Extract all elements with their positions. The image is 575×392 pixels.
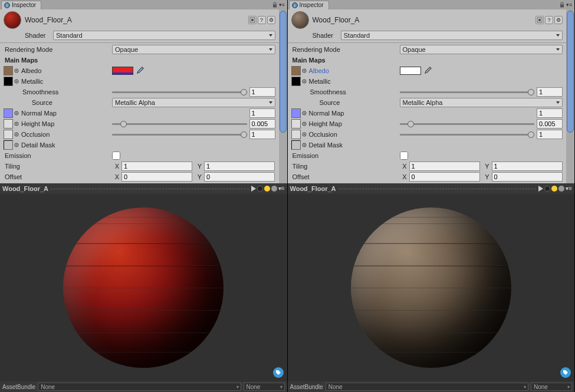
- panel-menu-icon[interactable]: ▾≡: [566, 2, 572, 8]
- tiling-y-input[interactable]: [204, 162, 275, 171]
- metallic-texture-slot[interactable]: [291, 77, 301, 86]
- detail-mask-texture-slot[interactable]: [4, 140, 13, 150]
- albedo-color-swatch[interactable]: [400, 67, 421, 75]
- occlusion-input[interactable]: [537, 130, 563, 139]
- scrollbar[interactable]: [566, 9, 574, 183]
- eyedropper-icon[interactable]: [423, 67, 432, 75]
- settings-icon[interactable]: ⚙: [267, 16, 275, 24]
- assetbundle-dropdown[interactable]: None: [326, 383, 528, 391]
- texture-picker-icon[interactable]: [302, 143, 307, 147]
- tiling-label: Tiling: [4, 163, 110, 170]
- assetbundle-variant-dropdown[interactable]: None: [244, 383, 285, 391]
- height-texture-slot[interactable]: [4, 119, 13, 129]
- shader-row: Shader Standard: [0, 31, 279, 42]
- height-slider[interactable]: [400, 123, 535, 125]
- smoothness-slider[interactable]: [112, 91, 247, 93]
- help-icon[interactable]: ?: [258, 16, 266, 24]
- help-icon[interactable]: ?: [545, 16, 553, 24]
- height-input[interactable]: [249, 119, 275, 129]
- preview-env-icon[interactable]: [558, 186, 564, 192]
- eyedropper-icon[interactable]: [136, 67, 144, 75]
- normal-texture-slot[interactable]: [291, 108, 301, 118]
- height-texture-slot[interactable]: [291, 119, 301, 129]
- texture-picker-icon[interactable]: [14, 79, 19, 84]
- toggle-presets-icon[interactable]: [535, 16, 544, 24]
- texture-picker-icon[interactable]: [14, 132, 19, 137]
- tiling-x-input[interactable]: [121, 162, 192, 171]
- metallic-texture-slot[interactable]: [4, 77, 13, 86]
- texture-picker-icon[interactable]: [14, 111, 19, 116]
- inspector-panel-right: i Inspector ▾≡ Wood_Floor_A ? ⚙ Shader S…: [288, 0, 576, 392]
- normal-input[interactable]: [249, 108, 275, 118]
- rendering-mode-dropdown[interactable]: Opaque: [400, 45, 563, 54]
- preview-menu-icon[interactable]: ▾≡: [566, 186, 572, 192]
- assetbundle-variant-dropdown[interactable]: None: [531, 383, 572, 391]
- inspector-tab[interactable]: i Inspector: [289, 1, 329, 9]
- scrollbar[interactable]: [279, 9, 287, 183]
- occlusion-slider[interactable]: [112, 134, 247, 136]
- tag-icon[interactable]: [560, 367, 571, 378]
- texture-picker-icon[interactable]: [302, 68, 307, 73]
- preview-light-icon[interactable]: [264, 186, 270, 192]
- preview-shape-icon[interactable]: [257, 186, 263, 192]
- offset-x-input[interactable]: [121, 172, 192, 182]
- smoothness-input[interactable]: [249, 87, 275, 97]
- material-thumbnail[interactable]: [291, 11, 309, 29]
- assetbundle-label: AssetBundle: [290, 384, 323, 390]
- albedo-color-swatch[interactable]: [112, 67, 133, 75]
- material-preview[interactable]: [288, 194, 575, 381]
- emission-checkbox[interactable]: [400, 151, 408, 160]
- settings-icon[interactable]: ⚙: [554, 16, 563, 24]
- occlusion-input[interactable]: [249, 130, 275, 139]
- tiling-y-input[interactable]: [492, 162, 563, 171]
- shader-dropdown[interactable]: Standard: [53, 31, 275, 40]
- inspector-tab[interactable]: i Inspector: [1, 1, 41, 9]
- texture-picker-icon[interactable]: [14, 121, 19, 126]
- normal-input[interactable]: [537, 108, 563, 118]
- offset-y-input[interactable]: [204, 172, 275, 182]
- lock-icon[interactable]: [272, 2, 278, 8]
- lock-icon[interactable]: [559, 2, 565, 8]
- toggle-presets-icon[interactable]: [248, 16, 257, 24]
- texture-picker-icon[interactable]: [302, 79, 307, 84]
- preview-light-icon[interactable]: [551, 186, 557, 192]
- panel-menu-icon[interactable]: ▾≡: [279, 2, 285, 8]
- preview-env-icon[interactable]: [271, 186, 277, 192]
- preview-shape-icon[interactable]: [544, 186, 550, 192]
- texture-picker-icon[interactable]: [302, 132, 307, 137]
- texture-picker-icon[interactable]: [302, 121, 307, 126]
- tag-icon[interactable]: [273, 367, 284, 378]
- source-dropdown[interactable]: Metallic Alpha: [112, 98, 275, 107]
- play-icon[interactable]: [251, 186, 256, 192]
- rendering-mode-dropdown[interactable]: Opaque: [112, 45, 275, 54]
- assetbundle-dropdown[interactable]: None: [38, 383, 241, 391]
- material-preview[interactable]: [0, 194, 287, 381]
- texture-picker-icon[interactable]: [14, 143, 19, 147]
- texture-picker-icon[interactable]: [14, 68, 19, 73]
- offset-y-input[interactable]: [492, 172, 563, 182]
- tab-bar: i Inspector ▾≡: [0, 0, 287, 9]
- smoothness-slider[interactable]: [400, 91, 535, 93]
- shader-dropdown[interactable]: Standard: [341, 31, 563, 40]
- emission-checkbox[interactable]: [112, 151, 120, 160]
- albedo-texture-slot[interactable]: [4, 66, 13, 75]
- occlusion-slider[interactable]: [400, 134, 535, 136]
- albedo-label: Albedo: [21, 67, 110, 74]
- metallic-label: Metallic: [309, 78, 331, 85]
- texture-picker-icon[interactable]: [302, 111, 307, 116]
- shader-label: Shader: [313, 32, 339, 39]
- height-slider[interactable]: [112, 123, 247, 125]
- smoothness-input[interactable]: [537, 87, 563, 97]
- albedo-texture-slot[interactable]: [291, 66, 301, 75]
- preview-menu-icon[interactable]: ▾≡: [278, 186, 285, 192]
- offset-x-input[interactable]: [409, 172, 480, 182]
- normal-texture-slot[interactable]: [4, 108, 13, 118]
- occlusion-texture-slot[interactable]: [4, 130, 13, 139]
- occlusion-texture-slot[interactable]: [291, 130, 301, 139]
- detail-mask-texture-slot[interactable]: [291, 140, 301, 150]
- material-thumbnail[interactable]: [4, 11, 21, 29]
- tiling-x-input[interactable]: [409, 162, 480, 171]
- source-dropdown[interactable]: Metallic Alpha: [400, 98, 563, 107]
- play-icon[interactable]: [538, 186, 543, 192]
- height-input[interactable]: [537, 119, 563, 129]
